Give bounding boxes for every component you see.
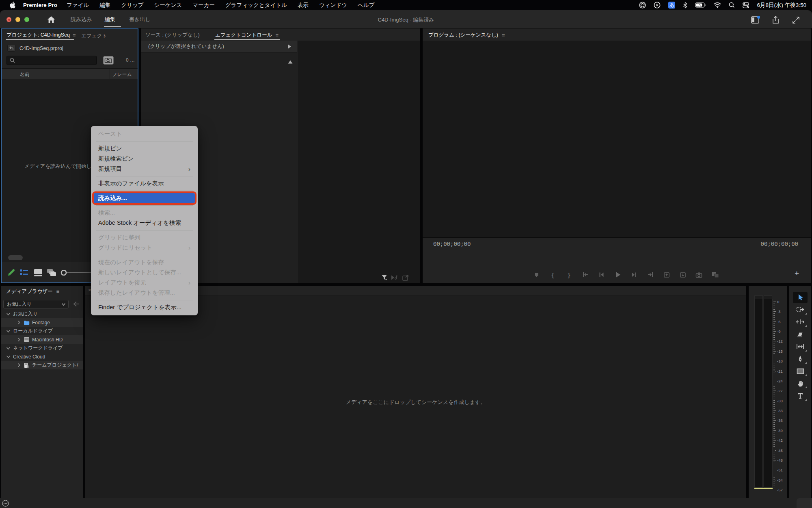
play-icon[interactable] xyxy=(614,271,622,278)
horizontal-scrollbar[interactable] xyxy=(8,255,23,260)
menu-item[interactable]: 保存したレイアウトを管理... xyxy=(91,288,198,298)
play-audio-only-icon[interactable] xyxy=(391,275,398,282)
menu-item-import-highlighted[interactable]: 読み込み... xyxy=(94,193,195,203)
tab-effect-controls[interactable]: エフェクトコントロール xyxy=(215,32,272,39)
project-column-header[interactable]: 名前 フレーム xyxy=(2,68,138,79)
media-browser-menu-icon[interactable]: ≡ xyxy=(56,289,60,295)
project-panel-menu-icon[interactable]: ≡ xyxy=(73,32,76,38)
creative-cloud-icon[interactable] xyxy=(2,500,9,508)
menubar-item[interactable]: ファイル xyxy=(61,2,94,9)
media-tree-item[interactable]: Creative Cloud xyxy=(1,352,83,361)
chevron-down-icon[interactable] xyxy=(6,347,10,350)
export-frame-icon[interactable] xyxy=(695,271,703,278)
apple-logo-icon[interactable] xyxy=(10,2,15,9)
menubar-item[interactable]: ヘルプ xyxy=(352,2,380,9)
menu-item[interactable]: 新規ビン xyxy=(91,143,198,154)
chevron-down-icon[interactable] xyxy=(6,356,10,358)
tab-program-monitor[interactable]: プログラム : (シーケンスなし) xyxy=(428,32,498,39)
freeform-view-button[interactable] xyxy=(47,268,58,279)
wifi-icon[interactable] xyxy=(714,2,721,8)
chevron-down-icon[interactable] xyxy=(6,330,10,332)
fullscreen-button[interactable] xyxy=(792,16,800,26)
back-icon[interactable] xyxy=(73,301,80,308)
no-clip-row[interactable]: (クリップが選択されていません) xyxy=(141,41,297,53)
list-view-button[interactable] xyxy=(19,269,28,278)
menu-item[interactable]: 検索... xyxy=(91,208,198,218)
tab-source-monitor[interactable]: ソース : (クリップなし) xyxy=(145,32,200,39)
media-tree-item[interactable]: Footage xyxy=(1,318,83,327)
chevron-right-icon[interactable] xyxy=(18,321,20,324)
column-divider[interactable] xyxy=(110,69,110,79)
sync-status-icon[interactable] xyxy=(639,2,646,9)
menubar-app-name[interactable]: Premiere Pro xyxy=(23,2,57,8)
search-bin-button[interactable] xyxy=(103,56,114,66)
extract-icon[interactable] xyxy=(679,271,687,278)
menubar-item[interactable]: グラフィックとタイトル xyxy=(220,2,292,9)
input-method-icon[interactable]: あ xyxy=(668,2,675,9)
program-panel-menu-icon[interactable]: ≡ xyxy=(502,32,505,38)
play-status-icon[interactable] xyxy=(654,2,661,9)
go-to-in-icon[interactable] xyxy=(582,271,589,278)
menu-item[interactable]: 非表示のファイルを表示 xyxy=(91,178,198,189)
comparison-view-icon[interactable] xyxy=(712,271,719,278)
media-tree-item[interactable]: ネットワークドライブ xyxy=(1,344,83,352)
spotlight-icon[interactable] xyxy=(729,2,735,8)
menubar-item[interactable]: ウィンドウ xyxy=(314,2,352,9)
filter-properties-icon[interactable] xyxy=(381,274,388,282)
chevron-down-icon[interactable] xyxy=(6,313,10,315)
menubar-clock[interactable]: 6月8日(水) 午後3:50 xyxy=(757,2,806,9)
menubar-item[interactable]: マーカー xyxy=(187,2,220,9)
menubar-item[interactable]: シーケンス xyxy=(149,2,188,9)
hand-tool[interactable] xyxy=(793,378,808,389)
rectangle-tool[interactable] xyxy=(793,365,808,377)
media-tree-item[interactable]: ローカルドライブ xyxy=(1,327,83,335)
timeline-drop-hint[interactable]: メディアをここにドロップしてシーケンスを作成します。 xyxy=(85,399,746,406)
menubar-item[interactable]: クリップ xyxy=(116,2,149,9)
tab-project[interactable]: プロジェクト: C4D-ImgSeq xyxy=(6,32,70,39)
menu-item[interactable]: Finder でプロジェクトを表示... xyxy=(91,302,198,313)
icon-view-button[interactable] xyxy=(33,269,43,278)
media-tree-item[interactable]: Macintosh HD xyxy=(1,335,83,344)
export-clip-icon[interactable] xyxy=(402,274,409,282)
project-root-icon[interactable] xyxy=(7,45,15,53)
menu-item[interactable]: Adobe Stock オーディオを検索 xyxy=(91,218,198,228)
menu-item[interactable]: レイアウトを復元› xyxy=(91,278,198,288)
menu-item[interactable]: 現在のレイアウトを保存 xyxy=(91,257,198,267)
lift-icon[interactable] xyxy=(663,271,670,278)
menu-item[interactable]: 新規項目› xyxy=(91,164,198,174)
tab-effects[interactable]: エフェクト xyxy=(81,33,107,39)
workspace-button[interactable] xyxy=(751,16,760,26)
tab-media-browser[interactable]: メディアブラウザー xyxy=(6,288,53,295)
chevron-right-icon[interactable] xyxy=(18,338,20,341)
type-tool[interactable] xyxy=(793,390,808,402)
menubar-item[interactable]: 編集 xyxy=(94,2,116,9)
menubar-item[interactable]: 表示 xyxy=(292,2,314,9)
bluetooth-icon[interactable] xyxy=(683,2,687,9)
ripple-edit-tool[interactable] xyxy=(793,316,808,328)
add-marker-icon[interactable] xyxy=(533,271,540,278)
razor-tool[interactable] xyxy=(793,329,808,340)
media-browser-source-dropdown[interactable]: お気に入り xyxy=(3,300,69,308)
track-select-forward-tool[interactable] xyxy=(793,304,808,315)
menu-item[interactable]: グリッドに整列 xyxy=(91,232,198,243)
menu-item[interactable]: 新規検索ビン xyxy=(91,154,198,164)
media-tree-item[interactable]: チームプロジェクト/ xyxy=(1,361,83,369)
column-framerate[interactable]: フレーム xyxy=(112,71,132,78)
battery-icon[interactable] xyxy=(695,2,706,8)
menu-item[interactable]: グリッドにリセット› xyxy=(91,243,198,253)
step-back-icon[interactable] xyxy=(598,271,605,278)
slip-tool[interactable] xyxy=(793,341,808,352)
menu-item[interactable]: 新しいレイアウトとして保存... xyxy=(91,267,198,278)
menu-item[interactable]: ペースト xyxy=(91,129,198,139)
button-editor-icon[interactable]: + xyxy=(795,269,799,278)
expand-right-icon[interactable] xyxy=(288,44,291,49)
chevron-right-icon[interactable] xyxy=(18,363,20,367)
mark-in-icon[interactable]: { xyxy=(549,271,557,278)
project-file-name[interactable]: C4D-ImgSeq.prproj xyxy=(19,46,63,51)
control-center-icon[interactable] xyxy=(743,2,749,8)
project-search-input[interactable] xyxy=(6,56,97,65)
playhead-timecode[interactable]: 00;00;00;00 xyxy=(433,241,471,247)
effect-controls-menu-icon[interactable]: ≡ xyxy=(275,32,279,38)
column-name[interactable]: 名前 xyxy=(20,71,30,78)
media-tree-item[interactable]: お気に入り xyxy=(1,310,83,318)
